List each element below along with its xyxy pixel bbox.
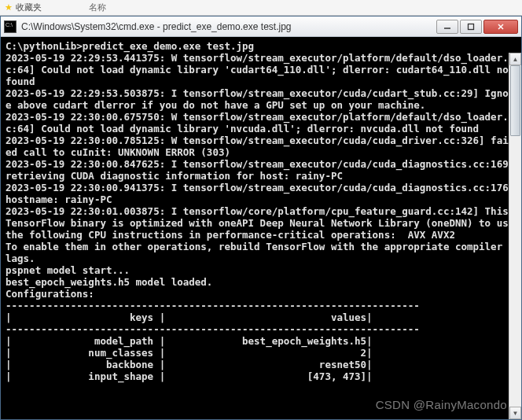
window-buttons	[436, 20, 518, 34]
scroll-up-button[interactable]: ▲	[509, 53, 521, 65]
scrollbar-vertical[interactable]: ▲ ▼	[509, 53, 521, 419]
console-output[interactable]: C:\pythonLib>predict_exe_demo.exe test.j…	[1, 37, 521, 419]
window-title: C:\Windows\System32\cmd.exe - predict_ex…	[21, 21, 436, 32]
cmd-window: C:\Windows\System32\cmd.exe - predict_ex…	[0, 16, 522, 420]
cmd-icon	[4, 20, 17, 33]
scroll-down-button[interactable]: ▼	[509, 407, 521, 419]
favorites-label[interactable]: 收藏夹	[16, 2, 42, 13]
maximize-button[interactable]	[460, 20, 482, 34]
minimize-button[interactable]	[436, 20, 458, 34]
svg-rect-1	[469, 24, 474, 29]
star-icon: ★	[5, 2, 13, 13]
browser-bookmarks-bar: ★ 收藏夹 名称	[0, 0, 522, 16]
close-button[interactable]	[483, 20, 518, 34]
column-header-name: 名称	[89, 2, 106, 13]
title-bar[interactable]: C:\Windows\System32\cmd.exe - predict_ex…	[1, 17, 521, 37]
scroll-thumb[interactable]	[510, 65, 520, 136]
